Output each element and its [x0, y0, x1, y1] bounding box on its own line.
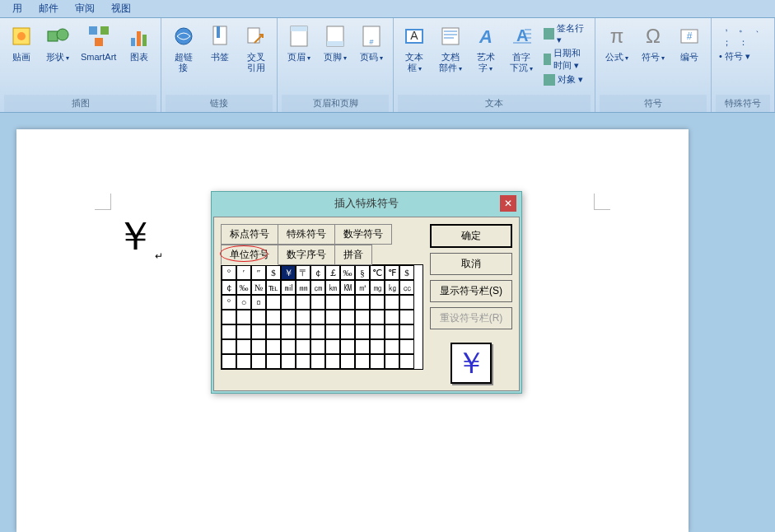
symbol-cell[interactable]: ¤	[251, 295, 266, 310]
special-char-btn[interactable]: ：	[735, 36, 750, 49]
symbol-cell[interactable]	[222, 324, 236, 339]
symbol-cell[interactable]: 〒	[296, 265, 310, 280]
symbol-cell[interactable]	[325, 295, 340, 310]
symbol-cell[interactable]	[281, 324, 296, 339]
symbol-cell[interactable]: °	[222, 265, 236, 280]
symbol-cell[interactable]	[222, 339, 236, 354]
dialog-title-bar[interactable]: 插入特殊符号 ✕	[212, 192, 521, 215]
symbol-cell[interactable]: $	[399, 265, 414, 280]
symbol-cell[interactable]	[399, 324, 414, 339]
symbol-cell[interactable]	[296, 324, 310, 339]
special-char-btn[interactable]: 。	[735, 22, 750, 35]
symbol-cell[interactable]: ㎏	[385, 280, 399, 295]
symbol-cell[interactable]	[340, 339, 355, 354]
symbol-cell[interactable]: ℉	[385, 265, 399, 280]
ribbon-btn-footer[interactable]: 页脚▾	[318, 21, 352, 66]
symbol-cell[interactable]: ℃	[370, 265, 385, 280]
symbol-cell[interactable]	[251, 324, 266, 339]
ok-button[interactable]: 确定	[430, 224, 512, 248]
symbol-cell[interactable]	[281, 354, 296, 369]
symbol-cell[interactable]	[296, 339, 310, 354]
ribbon-btn-smartart[interactable]: SmartArt	[77, 21, 120, 65]
ribbon-btn-clipart[interactable]: 贴画	[4, 21, 39, 65]
symbol-cell[interactable]	[281, 310, 296, 324]
menu-item-3[interactable]: 视图	[103, 0, 139, 17]
symbol-cell[interactable]	[355, 310, 370, 324]
ribbon-btn-bookmark[interactable]: 书签	[203, 21, 237, 65]
symbol-cell[interactable]	[310, 339, 325, 354]
special-symbol-dropdown[interactable]: • 符号 ▾	[719, 50, 767, 63]
symbol-cell[interactable]: $	[266, 265, 281, 280]
symbol-cell[interactable]	[325, 324, 340, 339]
symbol-cell[interactable]	[310, 354, 325, 369]
special-char-btn[interactable]: ；	[719, 36, 734, 49]
symbol-cell[interactable]	[385, 324, 399, 339]
special-char-btn[interactable]: 、	[752, 22, 767, 35]
tab-math[interactable]: 数学符号	[334, 224, 392, 245]
symbol-cell[interactable]	[266, 339, 281, 354]
symbol-cell[interactable]	[251, 354, 266, 369]
symbol-cell[interactable]: ″	[251, 265, 266, 280]
tab-pinyin[interactable]: 拼音	[334, 245, 372, 265]
symbol-cell[interactable]: ‰	[340, 265, 355, 280]
symbol-cell[interactable]	[325, 354, 340, 369]
ribbon-btn-crossref[interactable]: 交叉引用	[239, 21, 273, 76]
symbol-cell[interactable]	[236, 310, 251, 324]
symbol-cell[interactable]: °	[222, 295, 236, 310]
symbol-cell[interactable]: ㎝	[310, 280, 325, 295]
symbol-cell[interactable]	[281, 295, 296, 310]
symbol-cell[interactable]	[325, 310, 340, 324]
symbol-cell[interactable]: §	[355, 265, 370, 280]
ribbon-btn-wordart[interactable]: A艺术字▾	[469, 21, 502, 77]
symbol-cell[interactable]: ㏕	[281, 280, 296, 295]
symbol-cell[interactable]: ‰	[236, 280, 251, 295]
symbol-cell[interactable]	[266, 324, 281, 339]
symbol-cell[interactable]	[370, 354, 385, 369]
show-bar-button[interactable]: 显示符号栏(S)	[430, 280, 512, 302]
symbol-cell[interactable]	[236, 354, 251, 369]
ribbon-btn-number[interactable]: #编号	[672, 21, 707, 65]
ribbon-btn-header[interactable]: 页眉▾	[282, 21, 316, 66]
symbol-cell[interactable]: ￡	[325, 265, 340, 280]
ribbon-btn-shapes[interactable]: 形状▾	[40, 21, 75, 66]
symbol-cell[interactable]	[251, 310, 266, 324]
symbol-cell[interactable]: ㏄	[399, 280, 414, 295]
symbol-cell[interactable]	[296, 354, 310, 369]
cancel-button[interactable]: 取消	[430, 253, 512, 275]
symbol-cell[interactable]	[385, 339, 399, 354]
symbol-cell[interactable]	[266, 295, 281, 310]
ribbon-btn-hyperlink[interactable]: 超链接	[166, 21, 201, 76]
ribbon-btn-textbox[interactable]: A文本框▾	[398, 21, 431, 77]
ribbon-btn-symbol[interactable]: Ω符号▾	[636, 21, 670, 66]
menu-item-0[interactable]: 用	[4, 0, 30, 17]
document-text[interactable]: ￥↵	[115, 210, 163, 263]
special-char-btn[interactable]: ,	[719, 22, 734, 35]
symbol-cell[interactable]: ○	[236, 295, 251, 310]
tab-unit[interactable]: 单位符号	[221, 245, 278, 265]
symbol-cell[interactable]	[325, 339, 340, 354]
symbol-cell[interactable]	[296, 295, 310, 310]
symbol-cell[interactable]	[355, 354, 370, 369]
symbol-cell[interactable]	[370, 324, 385, 339]
symbol-cell[interactable]: ㎡	[355, 280, 370, 295]
symbol-cell[interactable]: ㎎	[370, 280, 385, 295]
menu-item-1[interactable]: 邮件	[30, 0, 67, 17]
ribbon-btn-equation[interactable]: π公式▾	[600, 21, 634, 66]
ribbon-btn-dropcap[interactable]: A首字下沉▾	[504, 21, 539, 77]
symbol-cell[interactable]	[355, 324, 370, 339]
symbol-cell[interactable]	[281, 339, 296, 354]
symbol-cell[interactable]: ㏎	[340, 280, 355, 295]
symbol-cell[interactable]	[399, 354, 414, 369]
ribbon-mini-item[interactable]: 签名行 ▾	[544, 22, 587, 45]
symbol-cell[interactable]	[310, 310, 325, 324]
symbol-cell[interactable]	[236, 339, 251, 354]
ribbon-btn-pagenum[interactable]: #页码▾	[354, 21, 389, 66]
symbol-cell[interactable]	[236, 324, 251, 339]
symbol-cell[interactable]: ㎞	[325, 280, 340, 295]
symbol-cell[interactable]	[266, 354, 281, 369]
symbol-cell[interactable]	[340, 324, 355, 339]
symbol-cell[interactable]	[310, 324, 325, 339]
symbol-cell[interactable]: №	[251, 280, 266, 295]
ribbon-mini-item[interactable]: 日期和时间 ▾	[544, 47, 587, 72]
symbol-cell[interactable]	[296, 310, 310, 324]
